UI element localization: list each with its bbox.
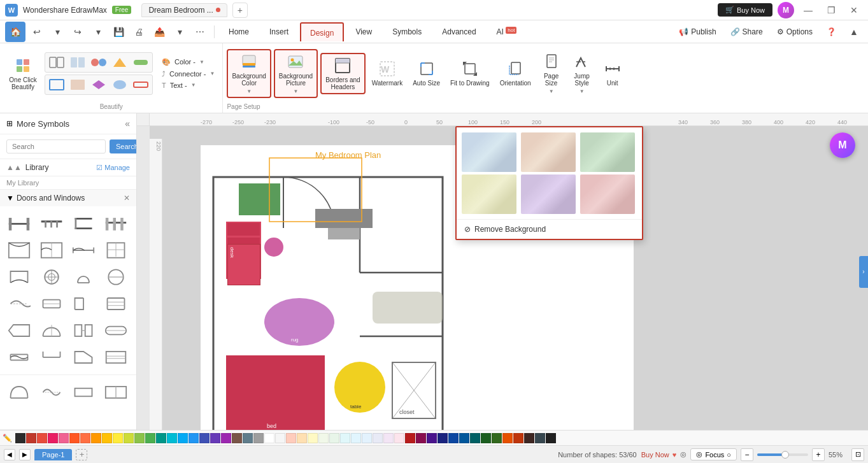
redo-button[interactable]: ↪	[69, 23, 87, 41]
color-swatch[interactable]	[210, 433, 220, 443]
user-avatar[interactable]: M	[778, 2, 794, 18]
shape-style-3[interactable]	[89, 55, 108, 70]
symbol-item[interactable]	[5, 380, 33, 404]
undo-dropdown[interactable]: ▾	[48, 23, 66, 41]
color-swatch[interactable]	[286, 433, 296, 443]
tab-ai[interactable]: AI hot	[488, 22, 526, 41]
redo-dropdown[interactable]: ▾	[89, 23, 107, 41]
search-input[interactable]	[6, 139, 106, 153]
color-swatch[interactable]	[253, 433, 264, 443]
shape-style-10[interactable]	[131, 77, 150, 92]
section-close-button[interactable]: ✕	[124, 194, 130, 203]
canvas-area[interactable]: -270 -250 -230 -100 -50 0 50 100 150 200…	[137, 113, 868, 430]
shape-style-4[interactable]	[110, 55, 129, 70]
new-tab-button[interactable]: +	[232, 3, 248, 18]
symbol-item[interactable]	[69, 345, 97, 369]
background-color-button[interactable]: BackgroundColor ▼	[227, 49, 271, 98]
symbol-item[interactable]	[102, 345, 130, 369]
color-swatch[interactable]	[59, 433, 69, 443]
share-button[interactable]: 🔗 Share	[725, 25, 768, 39]
shape-style-6[interactable]	[47, 77, 66, 92]
minimize-button[interactable]: —	[799, 1, 817, 19]
unit-button[interactable]: Unit	[599, 57, 627, 89]
color-swatch[interactable]	[37, 433, 47, 443]
buy-now-status[interactable]: Buy Now	[641, 451, 669, 459]
save-button[interactable]: 💾	[110, 23, 127, 41]
color-swatch[interactable]	[405, 433, 415, 443]
color-swatch[interactable]	[15, 433, 25, 443]
symbol-item[interactable]	[102, 265, 130, 289]
color-swatch[interactable]	[513, 433, 523, 443]
symbol-item[interactable]	[38, 380, 66, 404]
shape-style-5[interactable]	[131, 55, 150, 70]
publish-button[interactable]: 📢 Publish	[674, 25, 721, 39]
symbol-item[interactable]	[38, 238, 66, 262]
page-size-button[interactable]: PageSize ▼	[537, 50, 566, 97]
undo-button[interactable]: ↩	[28, 23, 46, 41]
color-swatch[interactable]	[243, 433, 253, 443]
color-swatch[interactable]	[448, 433, 459, 443]
symbol-item[interactable]	[38, 211, 66, 236]
shape-style-2[interactable]	[68, 55, 87, 70]
color-swatch[interactable]	[351, 433, 361, 443]
connector-dropdown[interactable]: ⤴ Connector - ▼	[158, 69, 218, 79]
color-swatch[interactable]	[48, 433, 58, 443]
shape-style-8[interactable]	[89, 77, 108, 92]
maximize-button[interactable]: ❐	[822, 1, 840, 19]
symbol-item[interactable]	[38, 345, 66, 369]
color-swatch[interactable]	[362, 433, 372, 443]
watermark-button[interactable]: W Watermark	[368, 57, 407, 89]
color-swatch[interactable]	[318, 433, 329, 443]
color-swatch[interactable]	[394, 433, 404, 443]
symbol-item[interactable]	[69, 238, 97, 262]
bg-thumb-3[interactable]	[580, 132, 635, 172]
color-swatch[interactable]	[232, 433, 242, 443]
orientation-button[interactable]: Orientation	[496, 57, 535, 89]
symbol-item[interactable]	[69, 211, 97, 236]
bg-thumb-5[interactable]	[521, 175, 576, 214]
help-button[interactable]: ❓	[822, 25, 841, 39]
color-swatch[interactable]	[167, 433, 177, 443]
export-button[interactable]: 📤	[150, 23, 168, 41]
color-swatch[interactable]	[492, 433, 502, 443]
color-swatch[interactable]	[340, 433, 350, 443]
color-swatch[interactable]	[546, 433, 556, 443]
color-swatch[interactable]	[189, 433, 199, 443]
shape-style-1[interactable]	[47, 55, 66, 70]
focus-button[interactable]: ◎ Focus ○	[690, 448, 737, 460]
color-swatch[interactable]	[470, 433, 480, 443]
tab-view[interactable]: View	[346, 22, 381, 41]
color-swatch[interactable]	[459, 433, 469, 443]
add-page-button[interactable]: +	[76, 449, 87, 460]
color-swatch[interactable]	[524, 433, 534, 443]
theme-button[interactable]: ◎	[680, 450, 687, 459]
borders-headers-button[interactable]: Borders andHeaders	[320, 53, 365, 94]
symbol-item[interactable]	[5, 238, 33, 262]
close-button[interactable]: ✕	[845, 1, 863, 19]
color-swatch[interactable]	[199, 433, 210, 443]
sidebar-collapse-button[interactable]: «	[125, 118, 130, 129]
symbol-item[interactable]	[5, 292, 33, 316]
floating-avatar[interactable]: M	[830, 132, 855, 158]
color-swatch[interactable]	[69, 433, 80, 443]
symbol-item[interactable]	[38, 318, 66, 343]
one-click-beautify-button[interactable]: One ClickBeautify	[4, 54, 42, 93]
tab-home[interactable]: Home	[220, 22, 258, 41]
shape-style-7[interactable]	[68, 77, 87, 92]
symbol-item[interactable]	[102, 238, 130, 262]
color-swatch[interactable]	[156, 433, 166, 443]
symbol-item[interactable]	[5, 265, 33, 289]
buy-now-button[interactable]: 🛒 Buy Now	[718, 3, 772, 17]
auto-size-button[interactable]: Auto Size	[409, 57, 444, 89]
text-dropdown[interactable]: T Text - ▼	[158, 80, 218, 90]
symbol-section-header[interactable]: ▼ Doors and Windows ✕	[0, 190, 136, 206]
tab-symbols[interactable]: Symbols	[383, 22, 430, 41]
color-swatch[interactable]	[535, 433, 545, 443]
search-button[interactable]: Search	[110, 139, 137, 153]
shape-style-9[interactable]	[110, 77, 129, 92]
zoom-slider[interactable]	[757, 453, 808, 456]
color-swatch[interactable]	[438, 433, 448, 443]
export-dropdown[interactable]: ▾	[171, 23, 189, 41]
symbol-item[interactable]	[102, 318, 130, 343]
tab-insert[interactable]: Insert	[260, 22, 297, 41]
